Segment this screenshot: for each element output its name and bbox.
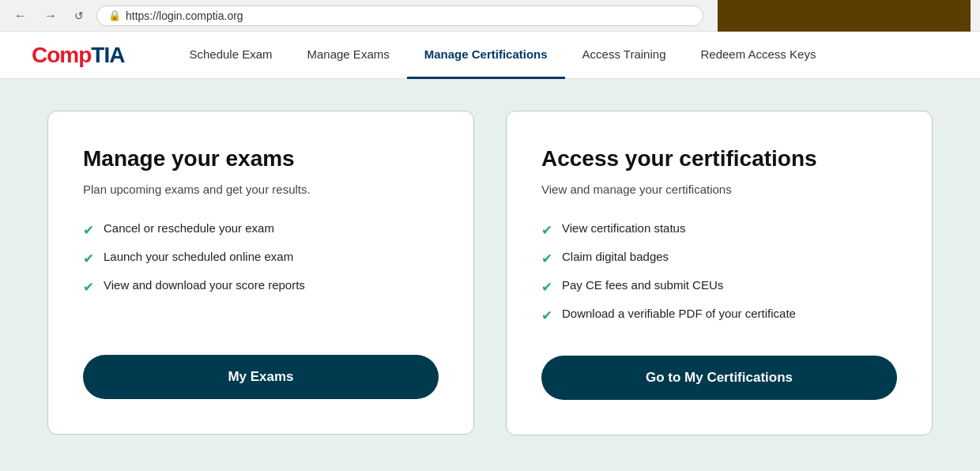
check-icon: ✔ bbox=[541, 222, 552, 239]
nav-links: Schedule Exam Manage Exams Manage Certif… bbox=[172, 32, 833, 78]
card1-feature-list: ✔ Cancel or reschedule your exam ✔ Launc… bbox=[83, 221, 439, 323]
card1-subtitle: Plan upcoming exams and get your results… bbox=[83, 183, 439, 196]
feature-text: Cancel or reschedule your exam bbox=[104, 221, 274, 235]
nav-link-access-training[interactable]: Access Training bbox=[565, 32, 684, 79]
back-button[interactable]: ← bbox=[9, 6, 32, 26]
card1-title: Manage your exams bbox=[83, 146, 439, 171]
forward-button[interactable]: → bbox=[40, 6, 62, 26]
card2-subtitle: View and manage your certifications bbox=[541, 183, 897, 196]
feature-text: Claim digital badges bbox=[562, 250, 669, 263]
check-icon: ✔ bbox=[541, 279, 552, 296]
nav-link-schedule-exam[interactable]: Schedule Exam bbox=[172, 32, 289, 79]
list-item: ✔ Cancel or reschedule your exam bbox=[83, 221, 439, 239]
nav-link-manage-certifications[interactable]: Manage Certifications bbox=[407, 32, 565, 79]
check-icon: ✔ bbox=[83, 279, 94, 296]
check-icon: ✔ bbox=[83, 251, 94, 267]
nav-link-redeem-access-keys[interactable]: Redeem Access Keys bbox=[683, 32, 833, 79]
list-item: ✔ View certification status bbox=[541, 221, 897, 239]
check-icon: ✔ bbox=[541, 251, 552, 267]
check-icon: ✔ bbox=[541, 307, 552, 324]
reload-button[interactable]: ↺ bbox=[70, 6, 89, 25]
logo-tia: TIA bbox=[91, 43, 124, 67]
check-icon: ✔ bbox=[83, 222, 94, 239]
url-text: https://login.comptia.org bbox=[126, 9, 243, 22]
list-item: ✔ Download a verifiable PDF of your cert… bbox=[541, 307, 897, 324]
list-item: ✔ View and download your score reports bbox=[83, 278, 439, 296]
lock-icon: 🔒 bbox=[108, 9, 121, 21]
feature-text: Launch your scheduled online exam bbox=[104, 250, 293, 263]
main-content: Manage your exams Plan upcoming exams an… bbox=[0, 79, 980, 471]
nav-link-manage-exams[interactable]: Manage Exams bbox=[290, 32, 407, 79]
logo-comp: Comp bbox=[32, 43, 91, 67]
my-exams-button[interactable]: My Exams bbox=[83, 355, 439, 399]
feature-text: View certification status bbox=[562, 221, 685, 235]
list-item: ✔ Pay CE fees and submit CEUs bbox=[541, 278, 897, 296]
list-item: ✔ Claim digital badges bbox=[541, 250, 897, 267]
manage-exams-card: Manage your exams Plan upcoming exams an… bbox=[47, 111, 474, 435]
feature-text: Download a verifiable PDF of your certif… bbox=[562, 307, 796, 320]
feature-text: View and download your score reports bbox=[104, 278, 305, 292]
card2-title: Access your certifications bbox=[541, 146, 897, 171]
feature-text: Pay CE fees and submit CEUs bbox=[562, 278, 723, 292]
logo[interactable]: CompTIA bbox=[32, 43, 124, 68]
browser-bar: ← → ↺ 🔒 https://login.comptia.org bbox=[0, 0, 980, 32]
list-item: ✔ Launch your scheduled online exam bbox=[83, 250, 439, 267]
access-certifications-card: Access your certifications View and mana… bbox=[506, 111, 933, 435]
address-bar[interactable]: 🔒 https://login.comptia.org bbox=[96, 6, 703, 26]
browser-corner bbox=[718, 0, 971, 32]
card2-feature-list: ✔ View certification status ✔ Claim digi… bbox=[541, 221, 897, 324]
top-nav: CompTIA Schedule Exam Manage Exams Manag… bbox=[0, 32, 980, 79]
go-to-my-certifications-button[interactable]: Go to My Certifications bbox=[541, 356, 897, 400]
